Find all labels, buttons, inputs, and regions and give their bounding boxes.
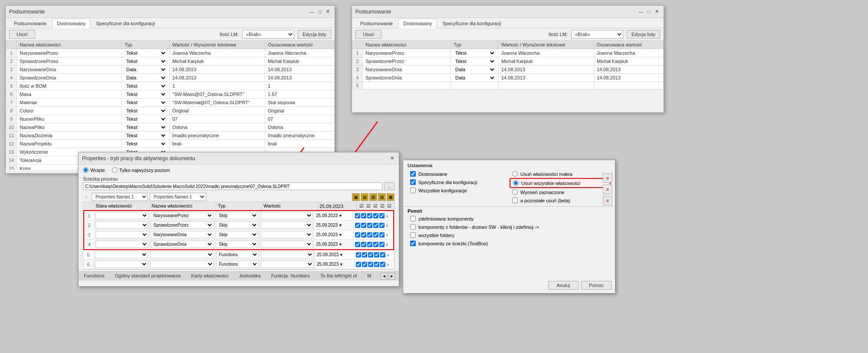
icon-btn-3[interactable]: ≡	[603, 196, 612, 205]
row6-cb2[interactable]	[362, 262, 367, 267]
quantity-dropdown-1[interactable]: «Brak»	[242, 30, 294, 39]
tab-dostosowany-1[interactable]: Dostosowany	[52, 19, 90, 28]
row1-cb3[interactable]	[367, 213, 372, 218]
maximize-btn-2[interactable]: □	[645, 8, 652, 15]
cb-dostosowane[interactable]	[410, 171, 416, 177]
close-btn-1[interactable]: ✕	[324, 8, 331, 15]
type-select[interactable]: Tekst	[454, 50, 496, 56]
type-select[interactable]: Tekst	[125, 83, 167, 89]
bottom-tab-karty[interactable]: Karty właściwości	[189, 273, 230, 280]
bottom-tab-m[interactable]: M	[365, 273, 373, 280]
row4-val-select[interactable]	[260, 241, 313, 248]
row2-cb3[interactable]	[367, 223, 372, 228]
row6-cb5[interactable]	[380, 262, 385, 267]
edit-list-btn-2[interactable]: Edycja listy	[627, 30, 660, 39]
tab-podsumowanie-1[interactable]: Podsumowanie	[9, 19, 51, 28]
row5-cb3[interactable]	[368, 252, 373, 257]
row6-cb4[interactable]	[374, 262, 379, 267]
row3-cb4[interactable]	[373, 232, 378, 238]
row1-cb2[interactable]	[361, 213, 366, 218]
type-select[interactable]: Tekst	[125, 132, 167, 139]
bottom-tab-standard[interactable]: Ogólny standard projektowania	[113, 273, 183, 280]
rb-usun-makra[interactable]	[512, 171, 518, 177]
row5-cb2[interactable]	[362, 252, 367, 257]
props-close-btn[interactable]: ✕	[388, 155, 395, 162]
type-select[interactable]: Data	[125, 75, 167, 81]
row5-val-select[interactable]	[261, 251, 314, 258]
type-select[interactable]: Tekst	[125, 124, 167, 130]
row5-cb5[interactable]	[380, 252, 385, 257]
row6-old-select[interactable]	[95, 261, 148, 268]
row1-cb1[interactable]	[355, 213, 360, 218]
row5-cb4[interactable]	[374, 252, 379, 257]
minimize-btn-2[interactable]: —	[638, 8, 644, 15]
type-select[interactable]: Data	[125, 66, 167, 73]
path-input[interactable]	[83, 182, 382, 190]
row6-name-select[interactable]	[150, 261, 214, 268]
type-select[interactable]: Tekst	[454, 58, 496, 64]
type-select[interactable]: Tekst	[125, 108, 167, 114]
rb-usun-wszystkie[interactable]	[513, 180, 519, 186]
row4-cb4[interactable]	[373, 242, 378, 247]
edit-list-btn-1[interactable]: Edycja listy	[298, 30, 331, 39]
close-btn-2[interactable]: ✕	[653, 8, 660, 15]
radio-najwyzszy-label[interactable]: Tylko najwyższy poziom	[112, 167, 170, 173]
row2-cb2[interactable]	[361, 223, 366, 228]
bottom-tab-funkcja[interactable]: Funkcja: Numbers	[270, 273, 312, 280]
row4-type-select[interactable]: Skip	[216, 241, 258, 248]
row3-cb5[interactable]	[379, 232, 385, 238]
bottom-tab-toleft[interactable]: To the left/right of	[319, 273, 358, 280]
cb-zdefiniowane[interactable]	[410, 216, 416, 221]
row6-val-select[interactable]	[261, 261, 314, 268]
row2-val-select[interactable]	[260, 221, 313, 229]
radio-wciete-label[interactable]: Wcięte	[83, 167, 105, 173]
tab-specyficzne-2[interactable]: Specyficzne dla konfiguracji	[437, 19, 506, 28]
row1-cb5[interactable]	[379, 213, 385, 218]
type-select[interactable]: Tekst	[125, 58, 167, 64]
grid-icon-5[interactable]: ▩	[387, 193, 395, 201]
tab-dostosowany-2[interactable]: Dostosowany	[398, 19, 437, 28]
source-dropdown-1[interactable]: Properties Names 1	[92, 193, 148, 201]
type-select[interactable]: Data	[454, 66, 496, 73]
bottom-tab-jednostka[interactable]: Jednostka	[237, 273, 263, 280]
row3-name-select[interactable]: NarysowaneDnia	[151, 231, 214, 238]
tab-podsumowanie-2[interactable]: Podsumowanie	[355, 19, 398, 28]
remove-btn-1[interactable]: Usuń	[9, 30, 35, 39]
grid-icon-4[interactable]: ▨	[378, 193, 386, 201]
row6-cb1[interactable]	[356, 262, 361, 267]
cb-specyficzne[interactable]	[410, 179, 416, 185]
row5-cb1[interactable]	[356, 252, 361, 257]
cb-toolbox[interactable]	[410, 241, 416, 246]
row5-name-select[interactable]	[150, 251, 214, 258]
type-select[interactable]: Data	[454, 75, 496, 81]
row2-old-select[interactable]	[95, 221, 148, 229]
grid-icon-1[interactable]: ▦	[352, 193, 360, 201]
row5-type-select[interactable]: Functions	[216, 251, 259, 258]
row4-cb2[interactable]	[361, 242, 366, 247]
row1-old-select[interactable]	[95, 212, 148, 219]
row6-type-select[interactable]: Functions	[216, 261, 259, 268]
row4-cb1[interactable]	[355, 242, 360, 247]
scroll-right-btn[interactable]: ►	[388, 273, 395, 280]
row4-cb5[interactable]	[379, 242, 385, 247]
rb-wymien[interactable]	[512, 189, 518, 195]
row3-old-select[interactable]	[95, 231, 148, 238]
row4-cb3[interactable]	[367, 242, 372, 247]
help-btn[interactable]: Pomoc	[581, 281, 612, 290]
row3-val-select[interactable]	[260, 231, 313, 238]
type-select[interactable]: Tekst	[125, 141, 167, 147]
row2-cb4[interactable]	[373, 223, 378, 228]
grid-icon-3[interactable]: ▧	[369, 193, 377, 201]
cancel-btn[interactable]: Anuluj	[548, 281, 579, 290]
type-select[interactable]: Tekst	[125, 91, 167, 97]
row2-cb1[interactable]	[355, 223, 360, 228]
remove-btn-2[interactable]: Usuń	[355, 30, 381, 39]
row2-cb5[interactable]	[379, 223, 385, 228]
row1-val-select[interactable]	[260, 212, 313, 219]
row1-name-select[interactable]: NarysowanePrzez	[151, 212, 214, 219]
row3-type-select[interactable]: Skip	[216, 231, 258, 238]
row1-cb4[interactable]	[373, 213, 378, 218]
tab-specyficzne-1[interactable]: Specyficzne dla konfiguracji	[91, 19, 160, 28]
path-browse-btn[interactable]: ...	[384, 182, 395, 190]
type-select[interactable]: Tekst	[125, 50, 167, 56]
